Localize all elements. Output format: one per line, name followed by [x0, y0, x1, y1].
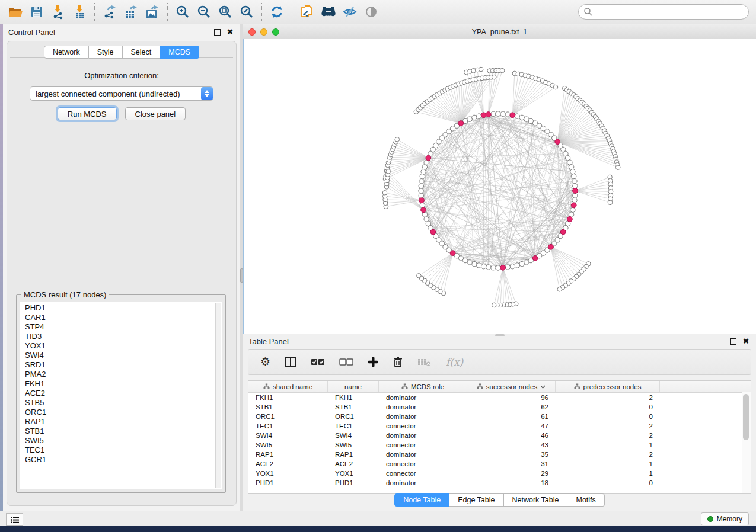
dominator-node[interactable] — [430, 229, 436, 235]
mcds-result-item[interactable]: RAP1 — [25, 417, 216, 427]
deselect-all-icon[interactable] — [339, 358, 353, 366]
dominator-node[interactable] — [458, 121, 464, 126]
table-cell[interactable]: TEC1 — [328, 421, 379, 431]
mcds-result-list[interactable]: PHD1CAR1STP4TID3YOX1SWI4SRD1PMA2FKH1ACE2… — [20, 302, 222, 489]
table-cell[interactable]: SWI5 — [328, 440, 379, 450]
optimization-criterion-select[interactable]: largest connected component (undirected) — [30, 86, 213, 101]
float-table-panel-icon[interactable] — [730, 338, 738, 345]
dominator-node[interactable] — [510, 113, 515, 118]
table-row[interactable]: PHD1PHD1dominator180 — [248, 478, 751, 488]
dominator-node[interactable] — [548, 244, 554, 249]
network-node[interactable] — [420, 203, 425, 207]
run-mcds-button[interactable]: Run MCDS — [58, 107, 117, 120]
network-node[interactable] — [419, 179, 424, 184]
table-cell[interactable]: 43 — [467, 440, 556, 450]
network-node[interactable] — [419, 184, 423, 188]
search-network-icon[interactable] — [318, 2, 339, 21]
dominator-node[interactable] — [486, 112, 491, 117]
table-cell[interactable]: 31 — [467, 459, 556, 469]
table-cell[interactable]: FKH1 — [248, 393, 328, 402]
network-node[interactable] — [515, 263, 519, 268]
mcds-result-item[interactable]: PHD1 — [25, 303, 216, 313]
table-cell[interactable]: SWI4 — [328, 431, 379, 440]
leaf-node[interactable] — [615, 165, 620, 170]
mcds-result-item[interactable]: SWI5 — [25, 436, 216, 446]
mcds-result-item[interactable]: TID3 — [25, 332, 216, 341]
table-cell[interactable]: 2 — [556, 421, 660, 431]
table-cell[interactable]: YOX1 — [328, 469, 379, 478]
table-cell[interactable]: 1 — [556, 469, 660, 478]
network-node[interactable] — [570, 207, 575, 212]
table-settings-gear-icon[interactable]: ⚙ — [260, 356, 270, 368]
table-cell[interactable]: dominator — [379, 412, 467, 421]
dominator-node[interactable] — [421, 207, 426, 213]
table-cell[interactable]: 61 — [467, 412, 556, 421]
table-cell[interactable]: dominator — [379, 393, 467, 402]
dominator-node[interactable] — [567, 216, 572, 222]
leaf-node[interactable] — [492, 303, 496, 307]
mcds-result-item[interactable]: PMA2 — [25, 370, 216, 379]
network-node[interactable] — [472, 115, 477, 120]
table-cell[interactable]: YOX1 — [248, 469, 328, 478]
import-table-icon[interactable] — [69, 2, 90, 21]
table-cell[interactable]: ACE2 — [248, 459, 328, 469]
zoom-fit-icon[interactable] — [215, 2, 236, 21]
dominator-node[interactable] — [481, 113, 486, 118]
dominator-node[interactable] — [532, 256, 538, 261]
dominator-node[interactable] — [500, 265, 506, 270]
network-node[interactable] — [500, 111, 505, 116]
hide-selected-eye-icon[interactable] — [339, 2, 361, 21]
save-session-icon[interactable] — [26, 2, 47, 21]
export-table-icon[interactable] — [120, 2, 142, 21]
tab-node-table[interactable]: Node Table — [394, 493, 449, 507]
search-input[interactable] — [593, 5, 748, 18]
network-node[interactable] — [567, 160, 572, 165]
show-columns-icon[interactable] — [285, 357, 296, 367]
leaf-node[interactable] — [608, 200, 613, 205]
mcds-result-item[interactable]: YOX1 — [25, 341, 216, 351]
table-row[interactable]: TEC1TEC1connector472 — [248, 421, 751, 431]
table-cell[interactable]: 62 — [467, 402, 556, 412]
mcds-result-item[interactable]: SWI4 — [25, 351, 216, 360]
table-cell[interactable]: TEC1 — [248, 421, 328, 431]
network-node[interactable] — [491, 111, 496, 116]
table-cell[interactable]: 96 — [467, 393, 556, 402]
table-cell[interactable]: dominator — [379, 478, 467, 488]
network-node[interactable] — [420, 174, 425, 178]
mcds-result-item[interactable]: STB5 — [25, 398, 216, 408]
leaf-node[interactable] — [500, 68, 505, 73]
zoom-out-icon[interactable] — [193, 2, 215, 21]
network-node[interactable] — [481, 264, 486, 268]
mcds-result-item[interactable]: FKH1 — [25, 379, 216, 389]
table-cell[interactable]: connector — [379, 421, 467, 431]
tab-motifs[interactable]: Motifs — [567, 493, 604, 507]
network-node[interactable] — [572, 198, 577, 203]
mcds-result-item[interactable]: STP4 — [25, 322, 216, 332]
leaf-node[interactable] — [492, 75, 496, 79]
network-search-box[interactable] — [578, 4, 749, 20]
tab-edge-table[interactable]: Edge Table — [449, 493, 503, 507]
table-cell[interactable]: STB1 — [248, 402, 328, 412]
column-header-predecessor-nodes[interactable]: predecessor nodes — [556, 381, 660, 392]
mcds-result-item[interactable]: TEC1 — [25, 446, 216, 455]
table-cell[interactable]: ORC1 — [248, 412, 328, 421]
table-cell[interactable]: 46 — [467, 431, 556, 440]
table-cell[interactable]: STB1 — [328, 402, 379, 412]
mcds-result-item[interactable]: CAR1 — [25, 313, 216, 322]
table-cell[interactable]: ACE2 — [328, 459, 379, 469]
table-cell[interactable]: 0 — [556, 412, 660, 421]
table-row[interactable]: SWI5SWI5connector431 — [248, 440, 751, 450]
tab-network[interactable]: Network — [44, 46, 89, 59]
show-all-eye-icon[interactable] — [361, 2, 382, 21]
table-row[interactable]: SWI4SWI4dominator462 — [248, 431, 751, 440]
dominator-node[interactable] — [555, 139, 560, 145]
clone-network-icon[interactable] — [296, 2, 318, 21]
table-cell[interactable]: 2 — [556, 393, 660, 402]
table-row[interactable]: RAP1RAP1dominator352 — [248, 450, 751, 459]
network-node[interactable] — [476, 263, 481, 268]
table-cell[interactable]: FKH1 — [328, 393, 379, 402]
network-node[interactable] — [496, 265, 500, 270]
table-row[interactable]: FKH1FKH1dominator962 — [248, 393, 751, 402]
table-row[interactable]: ORC1ORC1dominator610 — [248, 412, 751, 421]
table-cell[interactable]: 1 — [556, 440, 660, 450]
